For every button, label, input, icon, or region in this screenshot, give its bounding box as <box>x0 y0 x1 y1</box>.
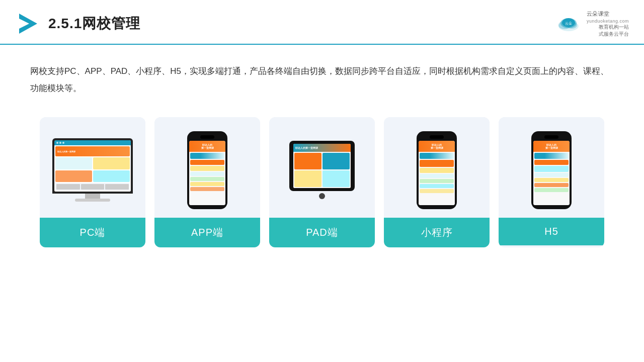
pc-mockup: 职达人的第一堂网课 <box>52 138 133 202</box>
card-app-label: APP端 <box>154 218 260 247</box>
description-text: 网校支持PC、APP、PAD、小程序、H5，实现多端打通，产品各终端自由切换，数… <box>0 45 644 107</box>
app-image-area: 职达人的第一堂网课 <box>154 117 260 218</box>
pad-image-area: 职达人的第一堂网课 <box>269 117 375 218</box>
svg-text:云朵: 云朵 <box>565 22 572 25</box>
brand-url: yunduoketang.com <box>587 19 629 24</box>
card-miniapp: 职达人的第一堂网课 小程序 <box>384 117 490 247</box>
card-app: 职达人的第一堂网课 APP端 <box>154 117 260 247</box>
h5-image-area: 职达人的第一堂网课 <box>499 117 604 218</box>
phone-mockup-h5: 职达人的第一堂网课 <box>531 131 572 209</box>
cards-container: 职达人的第一堂网课 <box>0 107 644 262</box>
card-h5-label: H5 <box>499 218 604 245</box>
card-pc: 职达人的第一堂网课 <box>40 117 145 247</box>
phone-mockup-app: 职达人的第一堂网课 <box>187 131 227 209</box>
card-pc-label: PC端 <box>40 218 145 247</box>
brand-slogan: 教育机构一站式服务云平台 <box>587 24 629 38</box>
header: 2.5.1网校管理 云朵 云朵课堂 yunduoketang.com 教育机构一… <box>0 0 644 45</box>
header-left: 2.5.1网校管理 <box>15 12 140 36</box>
arrow-logo-icon <box>15 12 39 36</box>
card-miniapp-label: 小程序 <box>384 218 490 247</box>
card-pad: 职达人的第一堂网课 PAD端 <box>269 117 375 247</box>
page-title: 2.5.1网校管理 <box>48 14 140 33</box>
header-right: 云朵 云朵课堂 yunduoketang.com 教育机构一站式服务云平台 <box>554 9 629 38</box>
phone-mockup-miniapp: 职达人的第一堂网课 <box>417 131 457 209</box>
brand-info: 云朵课堂 yunduoketang.com 教育机构一站式服务云平台 <box>587 9 629 38</box>
miniapp-image-area: 职达人的第一堂网课 <box>384 117 490 218</box>
card-pad-label: PAD端 <box>269 218 375 247</box>
brand-name: 云朵课堂 <box>587 10 629 18</box>
card-h5: 职达人的第一堂网课 H5 <box>499 117 604 247</box>
brand-cloud-icon: 云朵 <box>554 14 583 33</box>
svg-marker-0 <box>19 14 37 34</box>
tablet-mockup: 职达人的第一堂网课 <box>289 141 355 199</box>
pc-image-area: 职达人的第一堂网课 <box>40 117 145 218</box>
